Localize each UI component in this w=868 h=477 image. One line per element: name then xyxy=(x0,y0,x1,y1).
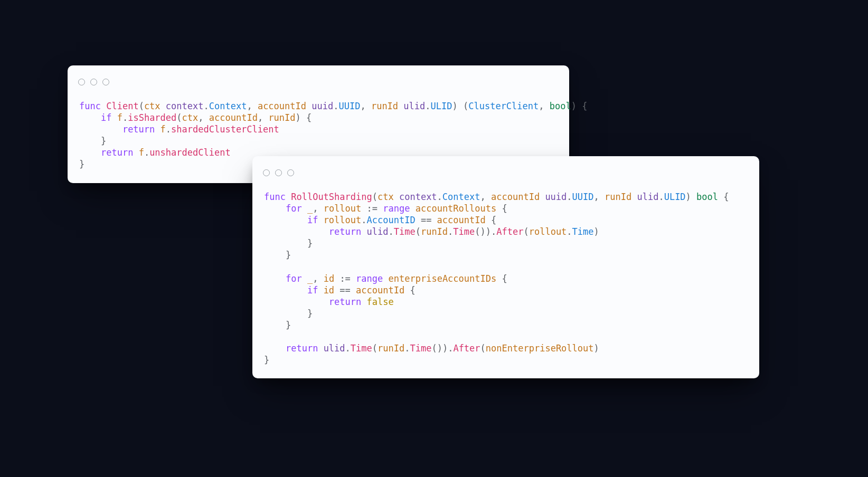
pkg: uuid xyxy=(545,192,567,202)
field: unshardedClient xyxy=(149,147,231,158)
eq: == xyxy=(416,215,437,225)
fn-name: RollOutSharding xyxy=(291,192,372,202)
type: Context xyxy=(442,192,480,202)
comma: , xyxy=(247,101,257,111)
brace: } xyxy=(264,355,269,365)
code-window-2: func RollOutSharding(ctx context.Context… xyxy=(252,156,759,378)
comma: , xyxy=(313,273,323,284)
ident: nonEnterpriseRollout xyxy=(486,343,594,354)
brace: } xyxy=(307,238,313,249)
method: Time xyxy=(453,226,475,237)
paren: ( xyxy=(480,343,486,354)
kw-for: for xyxy=(286,273,302,284)
traffic-light-icon xyxy=(263,169,270,176)
dot: . xyxy=(567,192,572,202)
dot: . xyxy=(122,112,128,123)
arg: ctx xyxy=(182,112,199,123)
ident: enterpriseAccountIDs xyxy=(389,273,497,284)
paren: () xyxy=(475,226,485,237)
ident: rollout xyxy=(324,203,362,214)
kw-range: range xyxy=(383,203,410,214)
dot: . xyxy=(166,124,171,135)
ident: id xyxy=(324,273,334,284)
paren: ) xyxy=(594,343,599,354)
field: AccountID xyxy=(367,215,416,225)
pkg: context xyxy=(166,101,204,111)
type: ClusterClient xyxy=(468,101,539,111)
dot: . xyxy=(567,226,572,237)
kw-for: for xyxy=(286,203,302,214)
dot: . xyxy=(448,226,453,237)
ident: rollout xyxy=(324,215,362,225)
paren: ( xyxy=(416,226,421,237)
dot: . xyxy=(144,147,149,158)
param: ctx xyxy=(144,101,161,111)
dot: . xyxy=(204,101,209,111)
assign: := xyxy=(334,273,356,284)
dot: . xyxy=(404,343,410,354)
ident: accountRollouts xyxy=(416,203,497,214)
paren: ) ( xyxy=(452,101,469,111)
ident: f xyxy=(161,124,166,135)
method: Time xyxy=(394,226,416,237)
ident: runId xyxy=(378,343,404,354)
brace: { xyxy=(496,273,507,284)
kw-if: if xyxy=(101,112,111,123)
kw-return: return xyxy=(329,226,361,237)
field: Time xyxy=(572,226,594,237)
field: shardedClusterClient xyxy=(171,124,279,135)
paren: ( xyxy=(372,192,378,202)
eq: == xyxy=(334,285,356,295)
code-block-2: func RollOutSharding(ctx context.Context… xyxy=(252,182,759,378)
ident: _ xyxy=(307,203,313,214)
dot: . xyxy=(388,226,393,237)
traffic-light-icon xyxy=(90,79,97,85)
dot: . xyxy=(333,101,338,111)
method: After xyxy=(453,343,480,354)
brace: } xyxy=(307,308,313,319)
traffic-light-icon xyxy=(78,79,85,85)
brace: } xyxy=(101,136,106,146)
type: bool xyxy=(550,101,571,111)
pkg: context xyxy=(399,192,437,202)
param: runId xyxy=(605,192,631,202)
kw-return: return xyxy=(286,343,318,354)
ident: rollout xyxy=(529,226,567,237)
brace: ) { xyxy=(571,101,588,111)
ident: id xyxy=(324,285,334,295)
kw-if: if xyxy=(307,215,318,225)
kw-range: range xyxy=(356,273,383,284)
arg: accountId xyxy=(209,112,258,123)
dot: . xyxy=(658,192,664,202)
method: isSharded xyxy=(128,112,176,123)
paren: ) xyxy=(686,192,696,202)
ident: f xyxy=(117,112,122,123)
type: ULID xyxy=(431,101,452,111)
kw-return: return xyxy=(101,147,133,158)
method: Time xyxy=(410,343,431,354)
comma: , xyxy=(258,112,268,123)
param: ctx xyxy=(378,192,394,202)
kw-return: return xyxy=(122,124,155,135)
ident: accountId xyxy=(356,285,404,295)
paren: ( xyxy=(372,343,378,354)
brace: } xyxy=(286,320,291,330)
ident: accountId xyxy=(437,215,486,225)
dot: . xyxy=(437,192,442,202)
brace: { xyxy=(486,215,496,225)
ident: runId xyxy=(421,226,448,237)
kw-func: func xyxy=(79,101,101,111)
pkg: ulid xyxy=(403,101,425,111)
ident: f xyxy=(139,147,144,158)
paren: ). xyxy=(486,226,496,237)
type: Context xyxy=(209,101,247,111)
brace: { xyxy=(404,285,415,295)
type: UUID xyxy=(572,192,594,202)
comma: , xyxy=(360,101,371,111)
type: ULID xyxy=(664,192,686,202)
method: After xyxy=(496,226,523,237)
brace: } xyxy=(79,159,84,169)
literal-false: false xyxy=(367,297,394,307)
brace: { xyxy=(496,203,507,214)
traffic-light-icon xyxy=(275,169,282,176)
